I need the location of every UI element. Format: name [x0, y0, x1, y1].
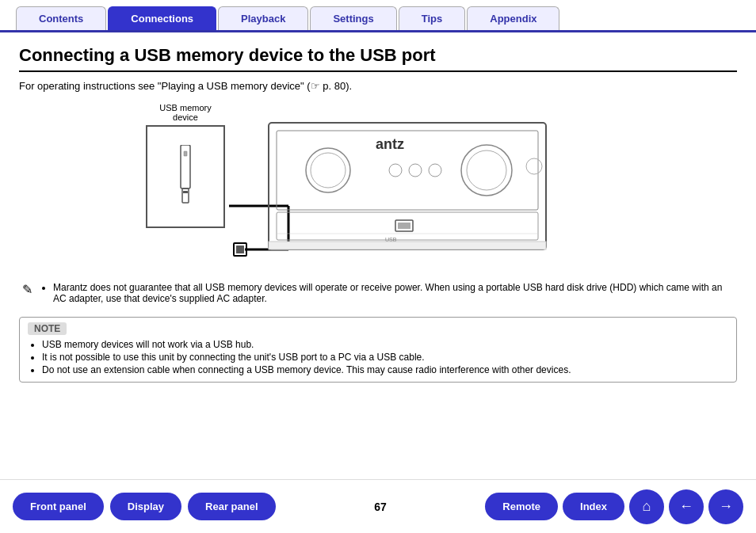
tab-contents[interactable]: Contents — [16, 6, 106, 30]
main-content: Connecting a USB memory device to the US… — [0, 32, 756, 383]
svg-rect-2 — [183, 191, 188, 193]
svg-point-12 — [306, 148, 350, 192]
usb-stick-icon — [174, 145, 197, 208]
svg-rect-10 — [277, 131, 538, 210]
svg-point-18 — [429, 164, 441, 177]
note-box: NOTE USB memory devices will not work vi… — [19, 317, 737, 383]
usb-device-box — [146, 125, 225, 228]
bottom-nav: Front panel Display Rear panel 67 Remote… — [0, 479, 756, 533]
back-button[interactable]: ← — [669, 489, 704, 524]
tab-tips[interactable]: Tips — [399, 6, 466, 30]
note-item-1: USB memory devices will not work via a U… — [42, 339, 728, 350]
svg-point-19 — [526, 158, 542, 174]
marantz-unit-illustration: antz USB — [265, 119, 550, 261]
tab-appendix[interactable]: Appendix — [467, 6, 559, 30]
note-item-2: It is not possible to use this unit by c… — [42, 352, 728, 363]
pencil-note-item: Marantz does not guarantee that all USB … — [53, 282, 734, 304]
usb-device-container: USB memorydevice — [146, 103, 225, 228]
bottom-nav-right: Remote Index ⌂ ← → — [485, 489, 743, 524]
front-panel-button[interactable]: Front panel — [13, 493, 104, 520]
remote-button[interactable]: Remote — [485, 493, 558, 520]
intro-text: For operating instructions see "Playing … — [19, 80, 737, 92]
bottom-nav-left: Front panel Display Rear panel — [13, 493, 276, 520]
pencil-note-list: Marantz does not guarantee that all USB … — [39, 282, 734, 304]
svg-point-13 — [311, 153, 346, 188]
svg-point-15 — [467, 150, 506, 190]
svg-text:antz: antz — [376, 136, 404, 152]
svg-rect-8 — [236, 246, 244, 253]
svg-rect-1 — [182, 188, 189, 203]
tab-playback[interactable]: Playback — [218, 6, 308, 30]
tab-connections[interactable]: Connections — [108, 6, 216, 30]
home-button[interactable]: ⌂ — [629, 489, 664, 524]
svg-rect-7 — [234, 243, 246, 256]
tab-settings[interactable]: Settings — [310, 6, 396, 30]
note-items-list: USB memory devices will not work via a U… — [28, 339, 728, 375]
index-button[interactable]: Index — [563, 493, 624, 520]
note-box-label: NOTE — [28, 322, 67, 335]
usb-device-label: USB memorydevice — [159, 103, 211, 122]
page-number: 67 — [374, 501, 387, 513]
svg-rect-22 — [398, 223, 410, 229]
svg-point-14 — [461, 145, 512, 196]
pencil-icon: ✎ — [22, 282, 32, 297]
diagram-area: USB memorydevice — [19, 103, 737, 269]
page-title: Connecting a USB memory device to the US… — [19, 45, 737, 72]
svg-rect-3 — [184, 151, 187, 156]
forward-button[interactable]: → — [708, 489, 743, 524]
note-item-3: Do not use an extension cable when conne… — [42, 364, 728, 375]
pencil-note-section: ✎ Marantz does not guarantee that all US… — [19, 282, 737, 310]
svg-point-16 — [389, 164, 402, 177]
rear-panel-button[interactable]: Rear panel — [188, 493, 275, 520]
nav-tabs: Contents Connections Playback Settings T… — [0, 6, 756, 32]
svg-rect-9 — [269, 123, 546, 249]
display-button[interactable]: Display — [110, 493, 181, 520]
svg-rect-24 — [269, 242, 546, 249]
svg-point-17 — [409, 164, 422, 177]
